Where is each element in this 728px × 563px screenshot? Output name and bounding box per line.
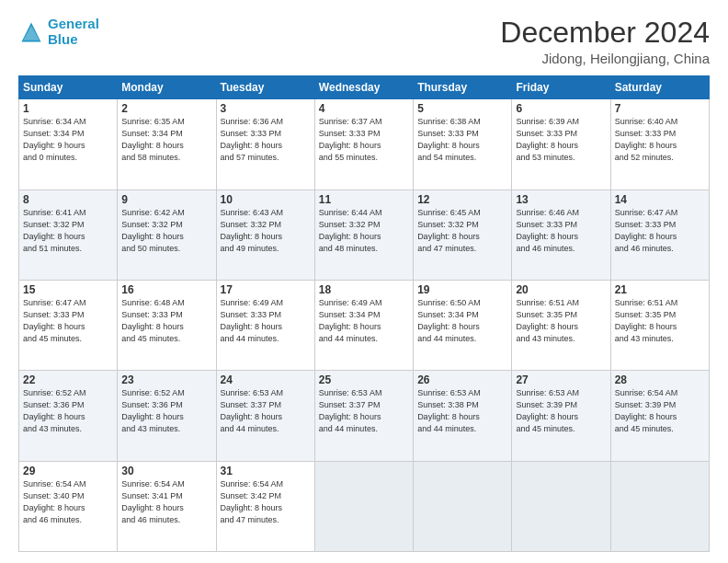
calendar-cell: 19Sunrise: 6:50 AM Sunset: 3:34 PM Dayli… — [414, 280, 512, 370]
calendar-cell: 24Sunrise: 6:53 AM Sunset: 3:37 PM Dayli… — [216, 371, 314, 461]
day-info: Sunrise: 6:46 AM Sunset: 3:33 PM Dayligh… — [516, 207, 606, 255]
weekday-header: Tuesday — [216, 76, 314, 99]
calendar-cell: 3Sunrise: 6:36 AM Sunset: 3:33 PM Daylig… — [216, 99, 314, 190]
day-number: 19 — [417, 283, 507, 296]
day-info: Sunrise: 6:48 AM Sunset: 3:33 PM Dayligh… — [121, 297, 211, 345]
calendar-cell: 8Sunrise: 6:41 AM Sunset: 3:32 PM Daylig… — [19, 190, 118, 280]
weekday-header: Thursday — [414, 76, 512, 99]
day-info: Sunrise: 6:41 AM Sunset: 3:32 PM Dayligh… — [23, 207, 113, 255]
calendar-cell — [512, 461, 610, 551]
day-info: Sunrise: 6:52 AM Sunset: 3:36 PM Dayligh… — [121, 387, 211, 435]
calendar-cell: 4Sunrise: 6:37 AM Sunset: 3:33 PM Daylig… — [314, 99, 413, 190]
day-info: Sunrise: 6:34 AM Sunset: 3:34 PM Dayligh… — [23, 116, 113, 164]
day-info: Sunrise: 6:53 AM Sunset: 3:37 PM Dayligh… — [319, 387, 409, 435]
day-info: Sunrise: 6:36 AM Sunset: 3:33 PM Dayligh… — [221, 116, 311, 164]
day-number: 21 — [615, 283, 705, 296]
day-number: 16 — [121, 283, 211, 296]
day-info: Sunrise: 6:51 AM Sunset: 3:35 PM Dayligh… — [516, 297, 606, 345]
calendar-week-row: 29Sunrise: 6:54 AM Sunset: 3:40 PM Dayli… — [19, 461, 710, 551]
day-number: 12 — [417, 193, 507, 206]
calendar-cell: 13Sunrise: 6:46 AM Sunset: 3:33 PM Dayli… — [512, 190, 610, 280]
subtitle: Jidong, Heilongjiang, China — [500, 51, 710, 66]
calendar-cell: 2Sunrise: 6:35 AM Sunset: 3:34 PM Daylig… — [118, 99, 216, 190]
logo-text: General Blue — [48, 17, 99, 47]
calendar-cell: 11Sunrise: 6:44 AM Sunset: 3:32 PM Dayli… — [314, 190, 413, 280]
calendar-cell: 31Sunrise: 6:54 AM Sunset: 3:42 PM Dayli… — [216, 461, 314, 551]
calendar-cell: 5Sunrise: 6:38 AM Sunset: 3:33 PM Daylig… — [414, 99, 512, 190]
calendar-cell: 17Sunrise: 6:49 AM Sunset: 3:33 PM Dayli… — [216, 280, 314, 370]
day-info: Sunrise: 6:51 AM Sunset: 3:35 PM Dayligh… — [615, 297, 705, 345]
calendar-cell: 18Sunrise: 6:49 AM Sunset: 3:34 PM Dayli… — [314, 280, 413, 370]
day-number: 10 — [221, 193, 311, 206]
logo-blue: Blue — [48, 31, 78, 47]
logo-general: General — [48, 16, 99, 31]
day-number: 7 — [615, 102, 705, 115]
day-info: Sunrise: 6:53 AM Sunset: 3:39 PM Dayligh… — [516, 387, 606, 435]
day-info: Sunrise: 6:53 AM Sunset: 3:37 PM Dayligh… — [221, 387, 311, 435]
logo-icon — [18, 19, 44, 45]
calendar-cell: 28Sunrise: 6:54 AM Sunset: 3:39 PM Dayli… — [610, 371, 709, 461]
day-info: Sunrise: 6:43 AM Sunset: 3:32 PM Dayligh… — [221, 207, 311, 255]
day-info: Sunrise: 6:45 AM Sunset: 3:32 PM Dayligh… — [417, 207, 507, 255]
day-info: Sunrise: 6:47 AM Sunset: 3:33 PM Dayligh… — [23, 297, 113, 345]
calendar-cell — [414, 461, 512, 551]
weekday-header: Monday — [118, 76, 216, 99]
day-number: 22 — [23, 373, 113, 386]
day-number: 29 — [23, 465, 113, 477]
day-number: 17 — [221, 283, 311, 296]
day-number: 1 — [23, 102, 113, 115]
day-number: 31 — [221, 465, 311, 477]
title-block: December 2024 Jidong, Heilongjiang, Chin… — [500, 17, 710, 66]
main-title: December 2024 — [500, 17, 710, 49]
day-number: 3 — [221, 102, 311, 115]
calendar-week-row: 8Sunrise: 6:41 AM Sunset: 3:32 PM Daylig… — [19, 190, 710, 280]
calendar-cell: 26Sunrise: 6:53 AM Sunset: 3:38 PM Dayli… — [414, 371, 512, 461]
weekday-header: Sunday — [19, 76, 118, 99]
calendar-cell — [314, 461, 413, 551]
calendar-cell: 30Sunrise: 6:54 AM Sunset: 3:41 PM Dayli… — [118, 461, 216, 551]
day-number: 26 — [417, 373, 507, 386]
day-info: Sunrise: 6:47 AM Sunset: 3:33 PM Dayligh… — [615, 207, 705, 255]
day-number: 15 — [23, 283, 113, 296]
logo: General Blue — [18, 17, 99, 47]
calendar-cell — [610, 461, 709, 551]
day-info: Sunrise: 6:54 AM Sunset: 3:41 PM Dayligh… — [121, 478, 211, 526]
weekday-header: Friday — [512, 76, 610, 99]
calendar-cell: 1Sunrise: 6:34 AM Sunset: 3:34 PM Daylig… — [19, 99, 118, 190]
day-number: 4 — [319, 102, 409, 115]
day-info: Sunrise: 6:38 AM Sunset: 3:33 PM Dayligh… — [417, 116, 507, 164]
svg-marker-1 — [23, 26, 40, 40]
day-number: 9 — [121, 193, 211, 206]
day-info: Sunrise: 6:39 AM Sunset: 3:33 PM Dayligh… — [516, 116, 606, 164]
day-info: Sunrise: 6:40 AM Sunset: 3:33 PM Dayligh… — [615, 116, 705, 164]
calendar-week-row: 15Sunrise: 6:47 AM Sunset: 3:33 PM Dayli… — [19, 280, 710, 370]
day-info: Sunrise: 6:35 AM Sunset: 3:34 PM Dayligh… — [121, 116, 211, 164]
day-number: 6 — [516, 102, 606, 115]
calendar-cell: 21Sunrise: 6:51 AM Sunset: 3:35 PM Dayli… — [610, 280, 709, 370]
day-number: 14 — [615, 193, 705, 206]
day-number: 11 — [319, 193, 409, 206]
calendar-cell: 12Sunrise: 6:45 AM Sunset: 3:32 PM Dayli… — [414, 190, 512, 280]
calendar-cell: 9Sunrise: 6:42 AM Sunset: 3:32 PM Daylig… — [118, 190, 216, 280]
weekday-header: Saturday — [610, 76, 709, 99]
day-number: 30 — [121, 465, 211, 477]
day-info: Sunrise: 6:49 AM Sunset: 3:33 PM Dayligh… — [221, 297, 311, 345]
day-info: Sunrise: 6:49 AM Sunset: 3:34 PM Dayligh… — [319, 297, 409, 345]
calendar-cell: 22Sunrise: 6:52 AM Sunset: 3:36 PM Dayli… — [19, 371, 118, 461]
day-info: Sunrise: 6:53 AM Sunset: 3:38 PM Dayligh… — [417, 387, 507, 435]
day-info: Sunrise: 6:54 AM Sunset: 3:40 PM Dayligh… — [23, 478, 113, 526]
calendar-cell: 6Sunrise: 6:39 AM Sunset: 3:33 PM Daylig… — [512, 99, 610, 190]
calendar-cell: 27Sunrise: 6:53 AM Sunset: 3:39 PM Dayli… — [512, 371, 610, 461]
calendar-week-row: 22Sunrise: 6:52 AM Sunset: 3:36 PM Dayli… — [19, 371, 710, 461]
calendar-cell: 20Sunrise: 6:51 AM Sunset: 3:35 PM Dayli… — [512, 280, 610, 370]
day-info: Sunrise: 6:52 AM Sunset: 3:36 PM Dayligh… — [23, 387, 113, 435]
day-info: Sunrise: 6:42 AM Sunset: 3:32 PM Dayligh… — [121, 207, 211, 255]
day-info: Sunrise: 6:44 AM Sunset: 3:32 PM Dayligh… — [319, 207, 409, 255]
day-number: 25 — [319, 373, 409, 386]
day-number: 20 — [516, 283, 606, 296]
calendar-cell: 16Sunrise: 6:48 AM Sunset: 3:33 PM Dayli… — [118, 280, 216, 370]
calendar-header-row: SundayMondayTuesdayWednesdayThursdayFrid… — [19, 76, 710, 99]
calendar-cell: 25Sunrise: 6:53 AM Sunset: 3:37 PM Dayli… — [314, 371, 413, 461]
calendar-week-row: 1Sunrise: 6:34 AM Sunset: 3:34 PM Daylig… — [19, 99, 710, 190]
calendar-cell: 15Sunrise: 6:47 AM Sunset: 3:33 PM Dayli… — [19, 280, 118, 370]
